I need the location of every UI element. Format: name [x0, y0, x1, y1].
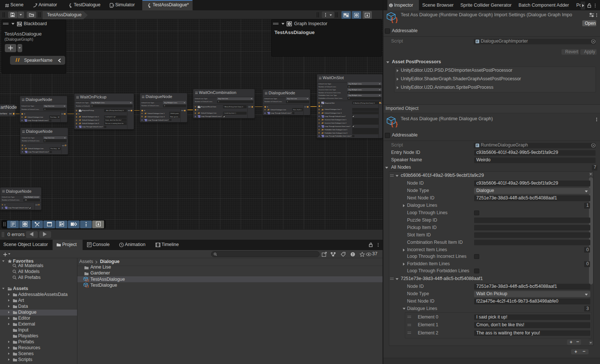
svg-text:#: #	[476, 144, 478, 147]
svg-text:#: #	[476, 40, 478, 43]
